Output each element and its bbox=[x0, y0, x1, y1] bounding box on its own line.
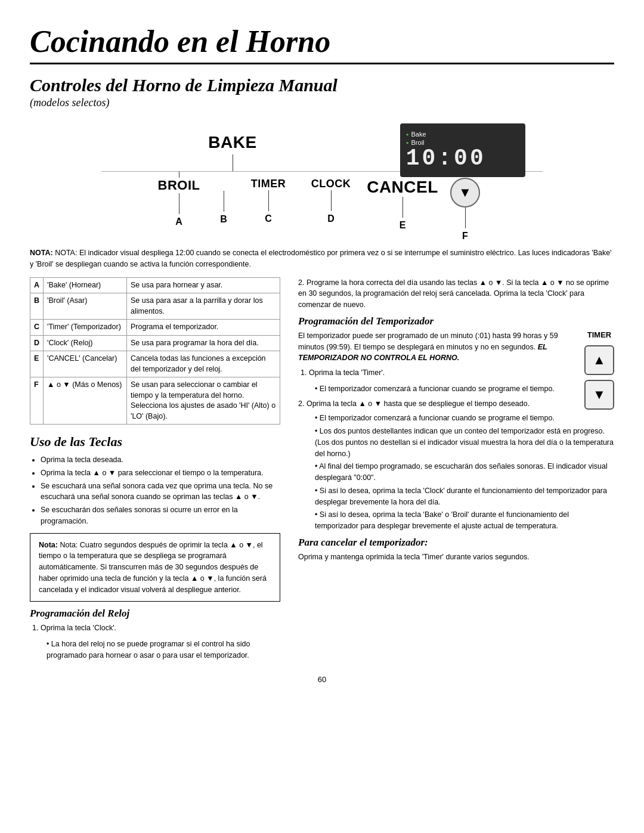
temp-steps: Oprima la tecla 'Timer'. bbox=[309, 367, 614, 379]
reloj-step2: 2. Programe la hora correcta del día usa… bbox=[298, 277, 614, 311]
display-time: 10:00 bbox=[406, 147, 519, 170]
temp-bullet6: • Si así lo desea, oprima la tecla 'Bake… bbox=[315, 509, 614, 532]
table-name-b: 'Broil' (Asar) bbox=[44, 293, 127, 320]
table-letter-e: E bbox=[30, 351, 44, 377]
subsection-temp-title: Programación del Temporizador bbox=[298, 315, 614, 327]
table-name-e: 'CANCEL' (Cancelar) bbox=[44, 351, 127, 377]
teclas-bullet-list: Oprima la tecla deseada. Oprima la tecla… bbox=[41, 454, 280, 527]
temp-bullet4: • Al final del tiempo programado, se esc… bbox=[315, 461, 614, 484]
clock-label[interactable]: CLOCK bbox=[311, 178, 351, 190]
table-row: D 'Clock' (Reloj) Se usa para programar … bbox=[30, 335, 280, 351]
list-item: Se escucharán dos señales sonoras si ocu… bbox=[41, 504, 280, 527]
table-name-c: 'Timer' (Temporizador) bbox=[44, 320, 127, 336]
table-name-d: 'Clock' (Reloj) bbox=[44, 335, 127, 351]
bake-indicator: ●Bake bbox=[406, 131, 519, 138]
list-item: Se escuchará una señal sonora cada vez q… bbox=[41, 481, 280, 503]
temp-step2: 2. Oprima la tecla ▲ o ▼ hasta que se de… bbox=[298, 398, 614, 410]
section2-title: Uso de las Teclas bbox=[30, 434, 280, 450]
table-desc-a: Se usa para hornear y asar. bbox=[127, 277, 280, 293]
section1-title: Controles del Horno de Limpieza Manual bbox=[30, 75, 614, 95]
panel-letter-a: A bbox=[175, 216, 182, 227]
temp-bullet3: • Los dos puntos destellantes indican qu… bbox=[315, 426, 614, 459]
panel-letter-d: D bbox=[327, 213, 335, 224]
reloj-bullet1: • La hora del reloj no se puede programa… bbox=[47, 639, 280, 661]
cancel-panel-item: CANCEL E bbox=[367, 172, 438, 231]
table-desc-d: Se usa para programar la hora del día. bbox=[127, 335, 280, 351]
table-row: B 'Broil' (Asar) Se usa para asar a la p… bbox=[30, 293, 280, 320]
bake-panel-item: B bbox=[206, 172, 242, 225]
panel-letter-e: E bbox=[400, 220, 406, 231]
clock-panel-item: CLOCK D bbox=[295, 172, 367, 224]
subsection-cancel-title: Para cancelar el temporizador: bbox=[298, 537, 614, 549]
timer-panel-item: TIMER C bbox=[242, 172, 295, 224]
table-letter-a: A bbox=[30, 277, 44, 293]
nota-text: NOTA: NOTA: El indicador visual desplieg… bbox=[30, 247, 614, 270]
table-letter-d: D bbox=[30, 335, 44, 351]
temp-bullet1: • El temporizador comenzará a funcionar … bbox=[315, 383, 614, 395]
broil-panel-item: BROIL A bbox=[152, 172, 206, 227]
table-desc-f: Se usan para seleccionar o cambiar el ti… bbox=[127, 377, 280, 425]
cancel-text: Oprima y mantenga oprimida la tecla 'Tim… bbox=[298, 552, 614, 563]
temp-bullet2: • El temporizador comenzará a funcionar … bbox=[315, 413, 614, 424]
temp-intro: El temporizador puede ser programado de … bbox=[298, 330, 614, 364]
panel-letter-c: C bbox=[265, 213, 272, 224]
page-number: 60 bbox=[30, 675, 614, 684]
control-panel-diagram: BAKE ●Bake ●Broil 10:00 ▲ B bbox=[101, 117, 543, 241]
arrow-panel-item: ▼ F bbox=[438, 172, 492, 241]
table-row: A 'Bake' (Hornear) Se usa para hornear y… bbox=[30, 277, 280, 293]
table-letter-c: C bbox=[30, 320, 44, 336]
page-main-title: Cocinando en el Horno bbox=[30, 24, 614, 64]
section1-subtitle: (modelos selectos) bbox=[30, 97, 614, 109]
timer-label[interactable]: TIMER bbox=[251, 178, 286, 190]
cancel-label[interactable]: CANCEL bbox=[367, 178, 438, 197]
timer-up-arrow[interactable]: ▲ bbox=[584, 345, 614, 375]
bake-label[interactable]: BAKE bbox=[208, 133, 256, 152]
list-item: Oprima la tecla ▲ o ▼ para seleccionar e… bbox=[41, 467, 280, 479]
table-desc-c: Programa el temporizador. bbox=[127, 320, 280, 336]
display-box: ●Bake ●Broil 10:00 bbox=[400, 123, 525, 177]
table-letter-f: F bbox=[30, 377, 44, 425]
note-box-text: Nota: Cuatro segundos después de oprimir… bbox=[39, 541, 267, 594]
note-box: Nota: Nota: Cuatro segundos después de o… bbox=[30, 533, 280, 602]
panel-letter-b: B bbox=[220, 214, 227, 225]
temp-bullet5: • Si así lo desea, oprima la tecla 'Cloc… bbox=[315, 485, 614, 508]
table-name-a: 'Bake' (Hornear) bbox=[44, 277, 127, 293]
panel-letter-f: F bbox=[462, 231, 468, 241]
list-item: Oprima la tecla 'Clock'. bbox=[41, 623, 280, 634]
list-item: Oprima la tecla deseada. bbox=[41, 454, 280, 466]
subsection-reloj-title: Programación del Reloj bbox=[30, 608, 280, 620]
reloj-steps: Oprima la tecla 'Clock'. bbox=[41, 623, 280, 634]
timer-down-arrow[interactable]: ▼ bbox=[584, 380, 614, 410]
table-row: E 'CANCEL' (Cancelar) Cancela todas las … bbox=[30, 351, 280, 377]
timer-side-label: TIMER bbox=[587, 330, 611, 339]
table-row: F ▲ o ▼ (Más o Menos) Se usan para selec… bbox=[30, 377, 280, 425]
info-table: A 'Bake' (Hornear) Se usa para hornear y… bbox=[30, 277, 280, 425]
down-arrow-button[interactable]: ▼ bbox=[450, 178, 480, 208]
broil-label[interactable]: BROIL bbox=[158, 178, 200, 193]
table-desc-e: Cancela todas las funciones a excepción … bbox=[127, 351, 280, 377]
list-item: Oprima la tecla 'Timer'. bbox=[309, 367, 614, 379]
timer-side-diagram: TIMER ▲ ▼ bbox=[584, 330, 614, 412]
table-row: C 'Timer' (Temporizador) Programa el tem… bbox=[30, 320, 280, 336]
table-letter-b: B bbox=[30, 293, 44, 320]
table-name-f: ▲ o ▼ (Más o Menos) bbox=[44, 377, 127, 425]
table-desc-b: Se usa para asar a la parrilla y dorar l… bbox=[127, 293, 280, 320]
